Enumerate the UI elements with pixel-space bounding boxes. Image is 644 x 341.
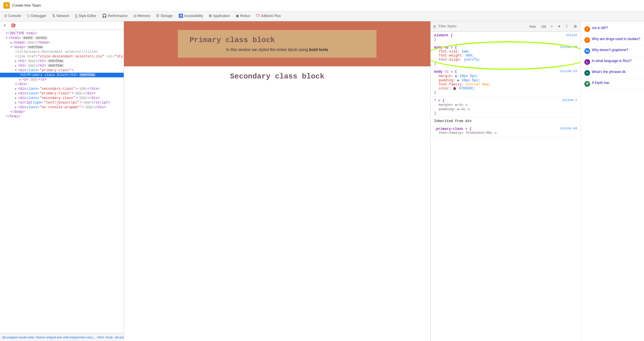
breadcrumb: div.snippet-result-code › iframe.snippet…: [0, 333, 124, 341]
dom-script[interactable]: ▶ <script type="text/javascript"> ··· </…: [0, 100, 124, 105]
sidebar-question-2[interactable]: ⚡ Why are drugs used in studies?: [581, 35, 644, 46]
sidebar-question-4[interactable]: L In what language is Rico?: [581, 57, 644, 68]
dom-panel: + 🎯 <!DOCTYPE html> ▼ <html> event scrol…: [0, 21, 124, 341]
h2-inner-tag: <h2>Primary class block</h2>: [20, 73, 78, 77]
tab-network[interactable]: ⇅ Network: [49, 11, 72, 21]
tab-accessibility[interactable]: ♿ Accessibility: [176, 11, 206, 21]
dom-head[interactable]: ▶ <head> ··· </head>: [0, 40, 124, 45]
dom-tree[interactable]: <!DOCTYPE html> ▼ <html> event scroll ▶ …: [0, 30, 124, 333]
logo-icon: S: [3, 2, 10, 9]
doctype-tag: <!DOCTYPE html>: [6, 31, 37, 35]
filter-icon-padding: ⊞: [468, 108, 470, 111]
pseudo-hov-button[interactable]: :hov: [528, 24, 537, 29]
sidebar-question-1[interactable]: ⚡ not in NP?: [581, 24, 644, 35]
devtools-tabs: ⊙ Console ⬡ Debugger ⇅ Network {} Style …: [0, 11, 644, 21]
ellipsis-badge: ···: [75, 92, 82, 95]
bc-html[interactable]: html: [98, 336, 104, 339]
bc-body[interactable]: body: [106, 336, 113, 339]
q-text-1: not in NP?: [592, 26, 608, 30]
div-tag-close: >: [76, 87, 78, 91]
add-rule-button[interactable]: +: [549, 24, 554, 29]
add-element-button[interactable]: +: [2, 22, 7, 29]
dom-p[interactable]: ▶ <p> ··· </p>: [0, 77, 124, 82]
overflow-badge: overflow: [79, 73, 95, 76]
title-element: <title>Learn:Descendant selector</title>: [15, 50, 98, 54]
bc-div-primary[interactable]: div.primary-class: [115, 336, 124, 339]
expand-icon: ▶: [15, 106, 17, 109]
p-close-tag: </p>: [38, 78, 47, 82]
style-selector-line: * ⚙ {: [434, 98, 577, 103]
div-tag: <div: [18, 96, 26, 100]
tab-adblock[interactable]: 🛡 Adblock Plus: [253, 11, 284, 21]
h1-close-tag: </h1>: [36, 59, 46, 63]
class-attr: class=: [27, 68, 39, 72]
dom-html-close[interactable]: </html>: [0, 114, 124, 119]
head-close-tag: </head>: [35, 41, 50, 45]
style-rule-body-h2-second: inline:22 body h2 ⚙ { margin: ▶ 10px 5px…: [431, 68, 581, 97]
dom-body[interactable]: ▼ <body> overflow: [0, 45, 124, 50]
type-val: "text/javascript": [44, 101, 79, 105]
p-tag: <p>: [22, 78, 29, 82]
create-free-team-label[interactable]: Create free Team: [12, 3, 41, 8]
dom-h2[interactable]: ▶ <h2> ··· </h2> overflow: [0, 63, 124, 68]
primary-heading: Primary class block: [189, 36, 365, 44]
expand-icon: ▶: [15, 101, 17, 104]
class-attr: class=: [27, 105, 39, 109]
tab-performance[interactable]: 🎧 Performance: [99, 11, 131, 21]
text-align-prop: text-align:: [439, 58, 462, 62]
dom-div-secondary2[interactable]: ▶ <div class="secondary-class"> ··· </di…: [0, 96, 124, 100]
tab-console[interactable]: ⊙ Console: [1, 11, 24, 21]
expand-icon: ▶: [15, 64, 17, 68]
q-text-2: Why are drugs used in studies?: [592, 37, 640, 41]
div-tag-close: >: [76, 96, 78, 100]
dom-html[interactable]: ▼ <html> event scroll: [0, 36, 124, 40]
sidebar-question-6[interactable]: 🌍 If Earth hac: [581, 78, 644, 89]
style-prop-padding-star: padding: ▶ 0; ⊞: [434, 107, 577, 111]
tab-storage[interactable]: ☰ Storage: [153, 11, 176, 21]
div-tag: <div: [18, 105, 26, 109]
pick-element-button[interactable]: 🎯: [10, 23, 17, 28]
secondary-heading: Secondary class block: [124, 66, 430, 87]
style-prop-margin-star: margin: ▶ 0; ⊞: [434, 103, 577, 107]
dom-doctype[interactable]: <!DOCTYPE html>: [0, 31, 124, 36]
dom-div-close[interactable]: </div>: [0, 82, 124, 87]
tab-style-editor[interactable]: {} Style Editor: [72, 11, 99, 21]
bc-snippet[interactable]: div.snippet-result-code: [2, 336, 34, 339]
tab-application[interactable]: ⊞ Application: [206, 11, 233, 21]
filter-styles-input[interactable]: [438, 24, 525, 28]
settings-button[interactable]: ⚙: [573, 24, 578, 29]
expand-icon: ▼: [10, 46, 12, 49]
dom-div-console[interactable]: ▶ <div class="as-console-wrapper"> ··· <…: [0, 105, 124, 110]
h1-tag: <h1>: [18, 59, 26, 63]
style-brace-line: }: [434, 111, 577, 115]
dom-h2-primary[interactable]: <h2>Primary class block</h2> overflow: [0, 73, 124, 77]
tab-redux[interactable]: ◉ Redux: [233, 11, 253, 21]
expand-icon: ▼: [6, 36, 7, 40]
tab-debugger[interactable]: ⬡ Debugger: [24, 11, 49, 21]
dom-div-primary2[interactable]: ▶ <div class="primary-class"> ··· </div>: [0, 91, 124, 96]
dom-h1[interactable]: ▶ <h1> ··· </h1> overflow: [0, 59, 124, 63]
dom-div-secondary1[interactable]: ▶ <div class="secondary-class"> ··· </di…: [0, 87, 124, 91]
tab-memory[interactable]: ◎ Memory: [131, 11, 153, 21]
div-tag: <div: [18, 91, 26, 95]
dark-theme-button[interactable]: ☾: [564, 24, 570, 29]
font-family-val-inherited: Trebuchet MS;: [466, 131, 493, 135]
sidebar-question-3[interactable]: Sq Why doesn't graphene?: [581, 46, 644, 57]
desc-mid: the entire block using: [269, 47, 309, 52]
bc-iframe[interactable]: iframe.snippet-box-edit.snippet-box-resu…: [36, 336, 96, 339]
dom-div-primary[interactable]: ▼ <div class="primary-class">: [0, 68, 124, 73]
dom-link[interactable]: <link href="style-descendant-selectors.c…: [0, 54, 124, 59]
style-prop-color: color: #76565C;: [434, 87, 577, 91]
ellipsis-badge: ···: [30, 78, 38, 81]
sidebar-question-5[interactable]: ∞ What's the phrases lik: [581, 68, 644, 78]
dom-body-close[interactable]: </body>: [0, 110, 124, 114]
pseudo-cls-button[interactable]: .cls: [539, 24, 547, 29]
light-theme-button[interactable]: ☀: [556, 24, 562, 29]
styles-content: inline element { } inline:48 body h2 ⚙ {…: [431, 32, 581, 341]
style-source: inline: [566, 33, 577, 37]
type-attr: type=: [33, 101, 43, 105]
filter-icon-ff: ⊞: [495, 132, 496, 135]
dom-title[interactable]: <title>Learn:Descendant selector</title>: [0, 50, 124, 54]
font-family-prop-inherited: font-family:: [439, 131, 464, 135]
body-h2-selector: body h2 ⚙ {: [434, 46, 457, 50]
